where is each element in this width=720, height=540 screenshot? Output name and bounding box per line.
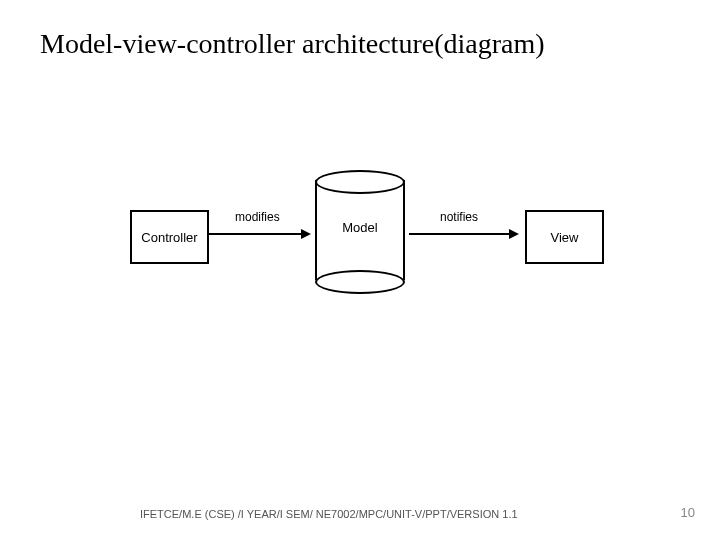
arrow-controller-to-model bbox=[209, 233, 309, 235]
mvc-diagram: Controller modifies Model notifies View bbox=[130, 170, 600, 310]
footer-text: IFETCE/M.E (CSE) /I YEAR/I SEM/ NE7002/M… bbox=[140, 508, 518, 520]
controller-label: Controller bbox=[141, 230, 197, 245]
slide-title: Model-view-controller architecture(diagr… bbox=[40, 28, 545, 60]
view-box: View bbox=[525, 210, 604, 264]
model-cylinder: Model bbox=[315, 170, 405, 290]
page-number: 10 bbox=[681, 505, 695, 520]
edge-label-notifies: notifies bbox=[440, 210, 478, 224]
model-label: Model bbox=[315, 220, 405, 235]
arrow-model-to-view bbox=[409, 233, 517, 235]
edge-label-modifies: modifies bbox=[235, 210, 280, 224]
controller-box: Controller bbox=[130, 210, 209, 264]
view-label: View bbox=[551, 230, 579, 245]
